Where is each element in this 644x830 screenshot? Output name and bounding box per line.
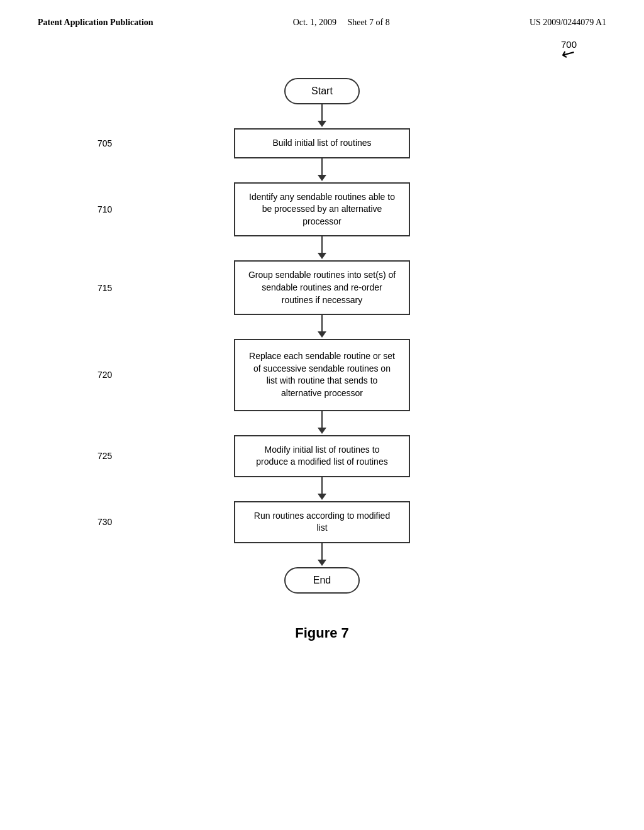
terminal-end: End: [284, 567, 360, 594]
step-row-730: 730 Run routines according to modified l…: [0, 501, 644, 543]
start-label: Start: [311, 86, 333, 96]
step-label-715: 715: [97, 283, 112, 293]
header-publication-label: Patent Application Publication: [38, 18, 153, 28]
process-box-715: Group sendable routines into set(s) of s…: [234, 260, 410, 315]
process-text-720: Replace each sendable routine or set of …: [249, 351, 395, 398]
step-label-705: 705: [97, 138, 112, 148]
header-date: Oct. 1, 2009: [293, 18, 336, 27]
step-label-720: 720: [97, 370, 112, 380]
step-row-720: 720 Replace each sendable routine or set…: [0, 339, 644, 411]
header-sheet: Sheet 7 of 8: [347, 18, 389, 27]
page-header: Patent Application Publication Oct. 1, 2…: [0, 0, 644, 28]
process-text-715: Group sendable routines into set(s) of s…: [248, 270, 396, 304]
header-date-sheet: Oct. 1, 2009 Sheet 7 of 8: [293, 18, 390, 28]
flowchart: Start 705 Build initial list of routines…: [0, 78, 644, 594]
process-box-725: Modify initial list of routines to produ…: [234, 435, 410, 477]
figure-700-label-group: 700 ↗: [548, 39, 578, 58]
end-label: End: [313, 575, 331, 585]
step-row-end: End: [0, 567, 644, 594]
step-row-715: 715 Group sendable routines into set(s) …: [0, 260, 644, 315]
step-label-710: 710: [97, 204, 112, 214]
step-row-start: Start: [0, 78, 644, 104]
terminal-start: Start: [284, 78, 360, 104]
process-box-720: Replace each sendable routine or set of …: [234, 339, 410, 411]
process-box-705: Build initial list of routines: [234, 128, 410, 158]
diagram-container: 700 ↗ Start 705 Build initial list of ro…: [0, 28, 644, 641]
step-row-705: 705 Build initial list of routines: [0, 128, 644, 158]
process-box-710: Identify any sendable routines able to b…: [234, 182, 410, 237]
step-label-725: 725: [97, 451, 112, 461]
step-label-730: 730: [97, 517, 112, 527]
process-text-730: Run routines according to modified list: [254, 511, 390, 533]
process-text-710: Identify any sendable routines able to b…: [249, 192, 395, 226]
process-text-725: Modify initial list of routines to produ…: [256, 445, 387, 467]
process-box-730: Run routines according to modified list: [234, 501, 410, 543]
step-row-710: 710 Identify any sendable routines able …: [0, 182, 644, 237]
step-row-725: 725 Modify initial list of routines to p…: [0, 435, 644, 477]
figure-caption: Figure 7: [295, 625, 349, 641]
process-text-705: Build initial list of routines: [272, 138, 371, 148]
header-patent-number: US 2009/0244079 A1: [530, 18, 606, 28]
